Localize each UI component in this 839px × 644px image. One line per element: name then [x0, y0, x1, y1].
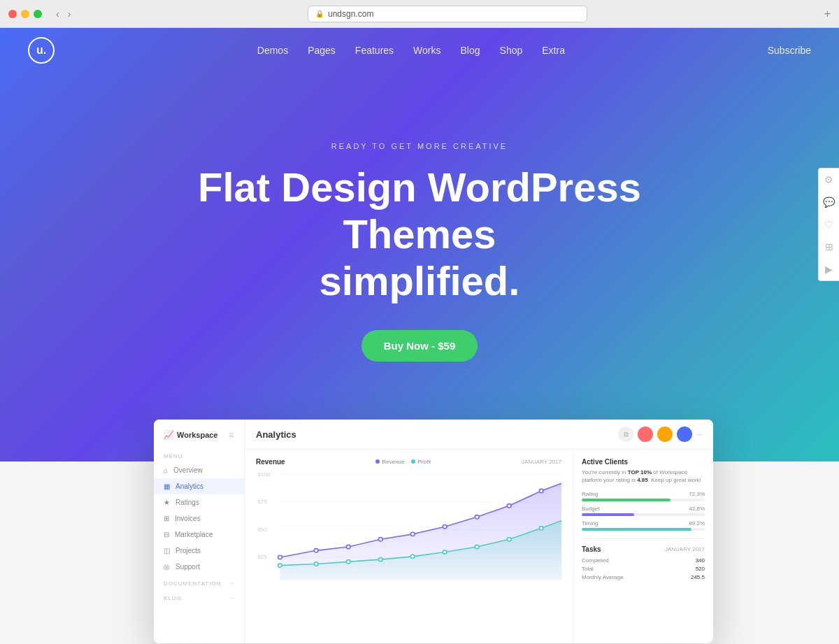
hero-title: Flat Design WordPress Themes simplified.: [147, 164, 692, 304]
traffic-lights: [8, 10, 42, 18]
timing-value: 89.2%: [689, 520, 705, 527]
timing-label: Timing: [582, 520, 598, 527]
nav-blog[interactable]: Blog: [461, 45, 480, 56]
svg-point-15: [507, 504, 511, 508]
analytics-icon: ▦: [164, 482, 170, 490]
chart-area: Revenue Revenue Profit JANUARY 2017 $100…: [245, 450, 573, 643]
hero-cta-button[interactable]: Buy Now - $59: [361, 330, 478, 362]
svg-point-14: [475, 515, 479, 519]
tasks-date: JANUARY 2017: [665, 546, 705, 552]
video-icon[interactable]: ▶: [823, 264, 835, 275]
svg-point-13: [443, 525, 447, 529]
nav-pages[interactable]: Pages: [308, 45, 336, 56]
timing-progress: Timing 89.2%: [582, 520, 705, 531]
timing-bar-fill: [582, 528, 691, 531]
dashboard-sidebar: 📈 Workspace ≡ MENU ⌂ Overview ▦ Analytic…: [154, 420, 245, 643]
site-logo[interactable]: u.: [28, 37, 55, 64]
svg-point-19: [346, 560, 350, 564]
budget-label: Budget: [582, 506, 599, 512]
divider: [582, 538, 705, 538]
dashboard-header: Analytics ⊡ ···: [245, 420, 713, 450]
nav-demos[interactable]: Demos: [257, 45, 288, 56]
dashboard-brand-header: 📈 Workspace ≡: [154, 429, 244, 448]
heart-icon[interactable]: ♡: [823, 219, 835, 230]
nav-ratings[interactable]: ★ Ratings: [154, 494, 244, 510]
nav-overview[interactable]: ⌂ Overview: [154, 462, 244, 478]
dashboard-brand: 📈 Workspace: [164, 430, 218, 440]
minimize-button[interactable]: [21, 10, 29, 18]
browser-chrome: ‹ › 🔒 undsgn.com +: [0, 0, 839, 28]
budget-value: 42.6%: [689, 506, 705, 512]
avatar-3[interactable]: [677, 427, 692, 442]
svg-point-10: [346, 545, 350, 548]
address-bar[interactable]: 🔒 undsgn.com: [308, 6, 587, 22]
forward-button[interactable]: ›: [65, 7, 74, 21]
site-nav: u. Demos Pages Features Works Blog Shop …: [0, 28, 839, 73]
brand-chart-icon: 📈: [164, 430, 174, 440]
dashboard-preview: 📈 Workspace ≡ MENU ⌂ Overview ▦ Analytic…: [154, 420, 713, 643]
nav-shop[interactable]: Shop: [500, 45, 523, 56]
task-total: Total 520: [582, 566, 705, 572]
nav-works[interactable]: Works: [413, 45, 440, 56]
nav-features[interactable]: Features: [355, 45, 394, 56]
close-button[interactable]: [8, 10, 17, 18]
task-monthly-avg: Monthly Average 245.5: [582, 574, 705, 580]
dashboard-menu-icon[interactable]: ≡: [229, 429, 234, 441]
rating-label: Rating: [582, 491, 598, 497]
dashboard-content: Revenue Revenue Profit JANUARY 2017 $100…: [245, 450, 713, 643]
projects-icon: ◫: [164, 547, 170, 554]
avatar-2[interactable]: [657, 427, 673, 442]
fullscreen-button[interactable]: [34, 10, 42, 18]
chart-title: Revenue: [256, 458, 285, 466]
address-bar-container: 🔒 undsgn.com: [79, 6, 815, 22]
active-clients-title: Active Clients: [582, 458, 705, 466]
gear-icon[interactable]: ⚙: [823, 174, 835, 185]
dashboard-main: Analytics ⊡ ··· Revenue Revenue: [245, 420, 713, 643]
nav-marketplace[interactable]: ⊟ Marketplace: [154, 527, 244, 543]
chart-legend: Revenue Profit: [375, 459, 431, 465]
new-tab-button[interactable]: +: [824, 8, 831, 20]
nav-extra[interactable]: Extra: [542, 45, 565, 56]
svg-point-17: [278, 564, 282, 567]
dashboard-title: Analytics: [256, 429, 296, 440]
more-options[interactable]: ···: [696, 431, 702, 438]
avatar-1[interactable]: [638, 427, 653, 442]
grid-icon[interactable]: ⊞: [823, 241, 835, 252]
task-completed: Completed 340: [582, 557, 705, 564]
budget-bar-bg: [582, 513, 705, 516]
revenue-chart: $100 $75 $50 $25: [256, 468, 561, 580]
svg-point-16: [539, 489, 543, 492]
url-text: undsgn.com: [328, 9, 373, 19]
svg-point-18: [314, 562, 318, 566]
nav-support[interactable]: ◎ Support: [154, 559, 244, 575]
nav-invoices[interactable]: ⊞ Invoices: [154, 510, 244, 527]
nav-subscribe[interactable]: Subscribe: [768, 45, 811, 56]
marketplace-icon: ⊟: [164, 531, 169, 538]
tasks-header: Tasks JANUARY 2017: [582, 545, 705, 553]
menu-section-label: MENU: [154, 448, 244, 462]
svg-point-20: [378, 557, 382, 561]
hero-eyebrow: READY TO GET MORE CREATIVE: [331, 142, 508, 150]
invoices-icon: ⊞: [164, 515, 169, 522]
window-icon[interactable]: ⊡: [618, 427, 633, 442]
svg-point-22: [443, 550, 447, 554]
rating-progress: Rating 72.3%: [582, 491, 705, 501]
nav-analytics[interactable]: ▦ Analytics: [154, 478, 244, 494]
ratings-icon: ★: [164, 499, 170, 506]
chat-icon[interactable]: 💬: [823, 196, 835, 208]
browser-nav: ‹ ›: [53, 7, 73, 21]
rating-bar-fill: [582, 499, 671, 501]
tasks-title: Tasks: [582, 545, 601, 553]
revenue-legend-dot: [375, 459, 380, 464]
back-button[interactable]: ‹: [53, 7, 62, 21]
nav-links: Demos Pages Features Works Blog Shop Ext…: [55, 44, 768, 57]
rating-bar-bg: [582, 499, 705, 501]
rating-value: 72.3%: [689, 491, 705, 497]
svg-point-11: [378, 538, 382, 541]
svg-point-25: [539, 527, 543, 530]
nav-projects[interactable]: ◫ Projects: [154, 543, 244, 559]
dashboard-header-icons: ⊡ ···: [618, 427, 702, 442]
support-icon: ◎: [164, 563, 170, 571]
svg-point-9: [314, 549, 318, 552]
svg-text:$100: $100: [257, 471, 270, 478]
